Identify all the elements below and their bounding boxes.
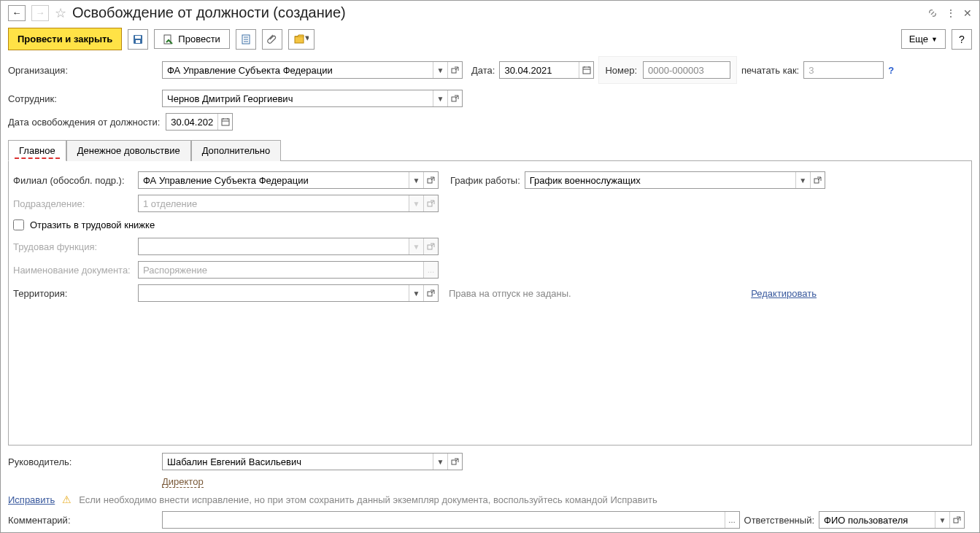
svg-rect-26 bbox=[428, 202, 432, 206]
print-input bbox=[804, 62, 883, 78]
date-label: Дата: bbox=[471, 65, 495, 76]
schedule-input[interactable] bbox=[525, 172, 795, 188]
manager-position-link[interactable]: Директор bbox=[162, 476, 204, 488]
paperclip-icon bbox=[266, 34, 278, 45]
responsible-open[interactable] bbox=[949, 512, 964, 528]
open-icon bbox=[427, 289, 435, 297]
release-date-label: Дата освобождения от должности: bbox=[8, 117, 160, 128]
back-button[interactable]: ← bbox=[8, 5, 26, 21]
folder-create-icon: ▾ bbox=[294, 34, 309, 45]
post-and-close-button[interactable]: Провести и закрыть bbox=[8, 28, 122, 50]
post-icon bbox=[163, 34, 174, 44]
release-date-picker[interactable] bbox=[217, 114, 232, 130]
attach-button[interactable] bbox=[262, 29, 282, 50]
svg-rect-16 bbox=[452, 97, 456, 101]
svg-rect-2 bbox=[136, 40, 140, 43]
number-box: Номер: bbox=[598, 56, 737, 84]
open-icon bbox=[427, 243, 435, 251]
edit-link[interactable]: Редактировать bbox=[751, 288, 817, 299]
forward-button[interactable]: → bbox=[31, 5, 49, 21]
func-open[interactable] bbox=[423, 238, 438, 254]
tab-allowance[interactable]: Денежное довольствие bbox=[66, 140, 191, 161]
report-button[interactable] bbox=[236, 29, 256, 50]
responsible-dropdown[interactable]: ▼ bbox=[935, 512, 949, 528]
svg-rect-24 bbox=[814, 179, 819, 183]
open-icon bbox=[427, 176, 435, 184]
more-button[interactable]: Еще ▼ bbox=[901, 29, 946, 49]
tab-additional[interactable]: Дополнительно bbox=[191, 140, 282, 161]
comment-label: Комментарий: bbox=[8, 515, 158, 526]
save-button[interactable] bbox=[128, 29, 148, 50]
manager-open[interactable] bbox=[447, 454, 462, 470]
open-icon bbox=[953, 516, 961, 524]
svg-text:▾: ▾ bbox=[305, 34, 309, 43]
print-help-icon[interactable]: ? bbox=[888, 65, 894, 76]
territory-input[interactable] bbox=[139, 285, 409, 301]
open-icon bbox=[451, 95, 459, 103]
territory-dropdown[interactable]: ▼ bbox=[409, 285, 423, 301]
date-input-group bbox=[499, 61, 594, 79]
employee-open[interactable] bbox=[447, 90, 462, 106]
svg-rect-32 bbox=[452, 460, 456, 464]
release-date-input[interactable] bbox=[166, 114, 217, 130]
link-icon[interactable] bbox=[927, 7, 938, 19]
responsible-input[interactable] bbox=[819, 512, 935, 528]
arrow-left-icon: ← bbox=[12, 7, 22, 18]
org-dropdown[interactable]: ▼ bbox=[433, 62, 447, 78]
schedule-dropdown[interactable]: ▼ bbox=[795, 172, 810, 188]
workbook-label: Отразить в трудовой книжке bbox=[30, 219, 155, 230]
comment-input[interactable] bbox=[163, 512, 725, 528]
number-label: Номер: bbox=[605, 65, 637, 76]
number-input bbox=[644, 62, 730, 78]
tab-main[interactable]: Главное bbox=[8, 140, 66, 161]
org-input[interactable] bbox=[163, 62, 433, 78]
branch-dropdown[interactable]: ▼ bbox=[409, 172, 423, 188]
vacation-hint: Права на отпуск не заданы. bbox=[443, 288, 571, 299]
open-icon bbox=[427, 200, 435, 208]
employee-dropdown[interactable]: ▼ bbox=[433, 90, 447, 106]
branch-open[interactable] bbox=[423, 172, 438, 188]
schedule-label: График работы: bbox=[450, 175, 520, 186]
favorite-star-icon[interactable]: ☆ bbox=[55, 5, 66, 21]
docname-input bbox=[139, 262, 423, 278]
comment-select[interactable]: … bbox=[725, 512, 739, 528]
employee-input[interactable] bbox=[163, 90, 433, 106]
post-button[interactable]: Провести bbox=[154, 29, 230, 49]
branch-input[interactable] bbox=[139, 172, 409, 188]
func-dropdown: ▼ bbox=[409, 238, 423, 254]
help-button[interactable]: ? bbox=[952, 29, 972, 50]
open-icon bbox=[451, 458, 459, 466]
open-icon bbox=[814, 176, 822, 184]
org-input-group: ▼ bbox=[162, 61, 463, 79]
territory-open[interactable] bbox=[423, 285, 438, 301]
dept-open[interactable] bbox=[423, 195, 438, 211]
workbook-checkbox[interactable] bbox=[13, 219, 24, 230]
save-icon bbox=[132, 34, 144, 45]
org-label: Организация: bbox=[8, 65, 158, 76]
branch-label: Филиал (обособл. подр.): bbox=[13, 175, 134, 186]
dept-label: Подразделение: bbox=[13, 198, 134, 209]
date-picker[interactable] bbox=[579, 62, 593, 78]
employee-label: Сотрудник: bbox=[8, 93, 158, 104]
create-based-button[interactable]: ▾ bbox=[288, 29, 315, 50]
manager-dropdown[interactable]: ▼ bbox=[433, 454, 447, 470]
docname-select: … bbox=[423, 262, 438, 278]
date-input[interactable] bbox=[500, 62, 579, 78]
svg-rect-34 bbox=[954, 518, 958, 523]
calendar-icon bbox=[582, 66, 591, 74]
print-label: печатать как: bbox=[741, 65, 799, 76]
manager-input[interactable] bbox=[163, 454, 433, 470]
close-icon[interactable]: ✕ bbox=[963, 7, 972, 19]
svg-rect-8 bbox=[295, 36, 304, 43]
svg-rect-1 bbox=[135, 36, 141, 39]
schedule-open[interactable] bbox=[810, 172, 825, 188]
warning-icon: ⚠ bbox=[62, 494, 72, 505]
org-open[interactable] bbox=[447, 62, 462, 78]
func-label: Трудовая функция: bbox=[13, 241, 134, 252]
dept-input bbox=[139, 195, 409, 211]
kebab-menu-icon[interactable]: ⋮ bbox=[946, 7, 956, 19]
func-input bbox=[139, 238, 409, 254]
fix-hint: Если необходимо внести исправление, но п… bbox=[79, 494, 657, 505]
page-title: Освобождение от должности (создание) bbox=[72, 4, 921, 21]
fix-link[interactable]: Исправить bbox=[8, 494, 55, 505]
